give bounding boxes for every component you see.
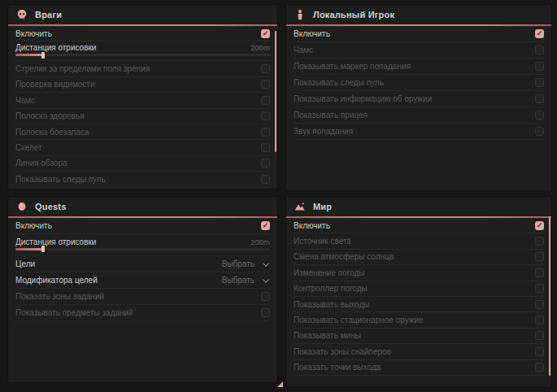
row-label: Полоска боезапаса — [15, 128, 89, 137]
checkbox[interactable]: ✓ — [535, 29, 544, 38]
checkbox-row[interactable]: Показывать маркер попадания — [294, 59, 544, 75]
row-label: Показать зоны снайперов — [294, 347, 391, 356]
checkbox-row[interactable]: Проверка видимости — [15, 77, 270, 93]
skull-icon — [16, 9, 28, 20]
checkbox-row[interactable]: Скелет — [15, 140, 270, 155]
row-label: Проверка видимости — [15, 80, 95, 89]
row-label: Включить — [294, 221, 330, 230]
slider-row[interactable]: Дистанция отрисовки200m — [15, 234, 270, 256]
checkbox-row[interactable]: Показывать прицел — [294, 107, 544, 124]
row-label: Показывать предметы заданий — [15, 308, 133, 317]
resize-handle[interactable] — [277, 381, 283, 387]
row-label: Контроллер погоды — [294, 284, 368, 293]
checkbox-row[interactable]: Чамс — [294, 42, 544, 59]
panel-local-player: Локальный Игрок Включить✓ЧамсПоказывать … — [286, 5, 551, 190]
dropdown-row[interactable]: Модификатора целейВыбрать — [15, 272, 270, 289]
slider[interactable] — [15, 54, 270, 56]
checkbox[interactable] — [261, 159, 270, 168]
checkbox-row[interactable]: Смена атмосферы солнца — [294, 250, 544, 265]
checkbox[interactable] — [261, 111, 270, 120]
row-label: Показать зоны заданий — [15, 292, 104, 301]
checkbox[interactable] — [535, 78, 544, 87]
panel-body: Включить✓ЧамсПоказывать маркер попадания… — [286, 26, 551, 140]
checkbox[interactable] — [535, 347, 544, 356]
row-label: Дистанция отрисовки — [15, 43, 96, 52]
checkbox-row[interactable]: Стрелки за пределами поля зрения — [15, 61, 270, 76]
checkbox-row[interactable]: Источник света — [294, 233, 544, 249]
checkbox[interactable] — [261, 96, 270, 105]
checkbox-row[interactable]: Линия обзора — [15, 156, 270, 172]
checkbox-row[interactable]: Контроллер погоды — [294, 281, 544, 297]
checkbox-row[interactable]: Показать зоны снайперов — [294, 344, 544, 359]
row-label: Показывать выходы — [294, 300, 369, 309]
row-label: Полоска здоровья — [15, 111, 85, 120]
check-icon: ✓ — [537, 30, 543, 37]
checkbox[interactable] — [261, 308, 270, 317]
checkbox[interactable] — [261, 80, 270, 89]
dropdown-row[interactable]: ЦелиВыбрать — [15, 256, 270, 272]
panel-header[interactable]: Quests — [8, 197, 277, 216]
dropdown-value: Выбрать — [222, 276, 255, 285]
checkbox-row[interactable]: Показывать стационарное оружие — [294, 312, 544, 328]
checkbox[interactable] — [261, 292, 270, 301]
slider-thumb[interactable] — [41, 52, 45, 59]
dropdown[interactable]: Выбрать — [222, 276, 270, 285]
checkbox-row[interactable]: Включить✓ — [15, 218, 270, 234]
panel-title: Враги — [35, 10, 62, 20]
row-label: Показывать следы пуль — [294, 78, 384, 87]
world-icon — [294, 201, 306, 212]
checkbox[interactable] — [261, 128, 270, 137]
checkbox[interactable] — [535, 363, 544, 372]
panel-header[interactable]: Враги — [8, 5, 277, 24]
checkbox[interactable] — [535, 252, 544, 261]
checkbox-row[interactable]: Чамс — [15, 93, 270, 108]
checkbox-row[interactable]: Показывать следы пуль — [15, 172, 270, 187]
checkbox-row[interactable]: Показать точки выхода — [294, 360, 544, 376]
scrollbar[interactable] — [275, 31, 277, 152]
checkbox-row[interactable]: Полоска здоровья — [15, 109, 270, 124]
panel-title: Локальный Игрок — [313, 10, 394, 20]
checkbox[interactable] — [535, 237, 544, 246]
checkbox[interactable]: ✓ — [261, 29, 270, 38]
checkbox[interactable] — [261, 175, 270, 184]
row-label: Смена атмосферы солнца — [294, 252, 394, 261]
checkbox[interactable] — [535, 316, 544, 324]
checkbox[interactable] — [535, 46, 544, 54]
checkbox[interactable] — [261, 143, 270, 152]
row-label: Чамс — [15, 96, 35, 105]
slider-thumb[interactable] — [41, 246, 45, 252]
panel-title: Quests — [35, 202, 67, 211]
checkbox[interactable] — [535, 127, 544, 136]
row-label: Включить — [15, 29, 52, 38]
checkbox-row[interactable]: Показывать следы пуль — [294, 75, 544, 91]
checkbox-row[interactable]: Включить✓ — [294, 218, 544, 233]
checkbox[interactable] — [535, 331, 544, 340]
checkbox-row[interactable]: Изменение погоды — [294, 265, 544, 281]
checkbox[interactable]: ✓ — [261, 221, 270, 230]
checkbox-row[interactable]: Полоска боезапаса — [15, 124, 270, 140]
checkbox[interactable] — [535, 268, 544, 277]
checkbox-row[interactable]: Показывать предметы заданий — [15, 305, 270, 321]
checkbox[interactable] — [535, 94, 544, 103]
panel-header[interactable]: Локальный Игрок — [286, 5, 551, 24]
row-label: Источник света — [294, 237, 351, 246]
checkbox[interactable] — [535, 300, 544, 309]
checkbox-row[interactable]: Включить✓ — [294, 26, 544, 42]
row-label: Дистанция отрисовки — [15, 237, 96, 246]
checkbox-row[interactable]: Показывать информацию об оружии — [294, 91, 544, 107]
checkbox-row[interactable]: Показывать выходы — [294, 297, 544, 312]
dropdown[interactable]: Выбрать — [222, 259, 270, 268]
checkbox-row[interactable]: Включить✓ — [15, 26, 270, 41]
checkbox[interactable] — [535, 111, 544, 120]
panel-header[interactable]: Мир — [286, 197, 551, 216]
checkbox[interactable]: ✓ — [535, 221, 544, 230]
slider-row[interactable]: Дистанция отрисовки200m — [15, 41, 270, 61]
slider[interactable] — [15, 248, 270, 250]
scrollbar[interactable] — [549, 216, 551, 376]
checkbox-row[interactable]: Показать зоны заданий — [15, 289, 270, 305]
checkbox[interactable] — [261, 64, 270, 73]
checkbox[interactable] — [535, 62, 544, 71]
checkbox[interactable] — [535, 284, 544, 293]
checkbox-row[interactable]: Показывать мины — [294, 329, 544, 344]
checkbox-row[interactable]: Звук попадания — [294, 124, 544, 140]
